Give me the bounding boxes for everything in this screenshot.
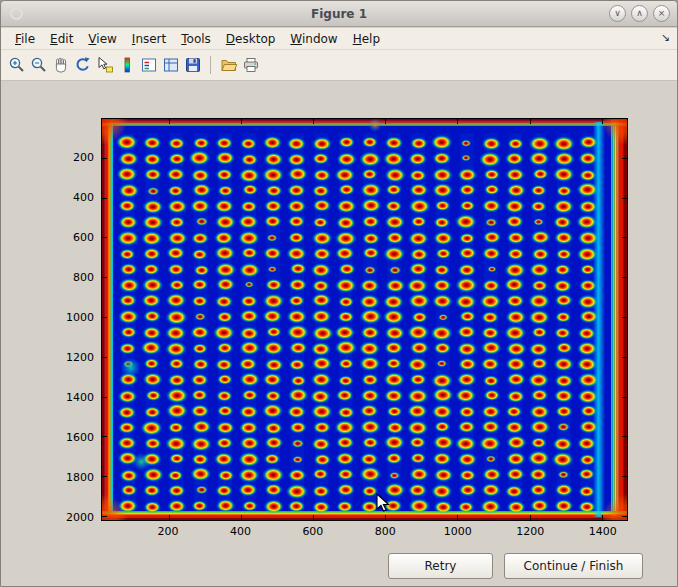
colorbar-button[interactable] (116, 54, 138, 76)
legend-icon (140, 56, 158, 74)
y-tick-label: 2000 (66, 511, 94, 524)
y-tick-label: 600 (73, 231, 94, 244)
y-tick-label: 1000 (66, 311, 94, 324)
tick-mark (313, 119, 314, 124)
tick-mark (169, 515, 170, 520)
shade-button[interactable]: ∨ (609, 5, 626, 22)
tick-mark (622, 397, 627, 398)
figure-window: Figure 1 ∨ ∧ × File Edit View Insert Too… (0, 0, 678, 587)
tick-mark (102, 198, 107, 199)
tick-mark (622, 436, 627, 437)
x-axis-tick-labels: 200400600800100012001400 (101, 525, 628, 539)
close-button[interactable]: × (653, 5, 670, 22)
y-tick-label: 1400 (66, 391, 94, 404)
tick-mark (622, 237, 627, 238)
y-tick-label: 400 (73, 191, 94, 204)
titlebar[interactable]: Figure 1 ∨ ∧ × (1, 1, 677, 27)
y-tick-label: 800 (73, 271, 94, 284)
pan-hand-icon (52, 56, 70, 74)
tick-mark (102, 357, 107, 358)
toolbar-separator (210, 56, 211, 74)
tick-mark (169, 119, 170, 124)
zoom-in-icon (8, 56, 26, 74)
tick-mark (602, 515, 603, 520)
menu-item-tools[interactable]: Tools (174, 30, 219, 48)
y-axis-tick-labels: 200400600800100012001400160018002000 (39, 118, 94, 521)
rotate-3d-button[interactable] (72, 54, 94, 76)
shade-icon: ∨ (614, 9, 621, 18)
plot-tools-icon (162, 56, 180, 74)
tick-mark (102, 237, 107, 238)
y-tick-label: 1600 (66, 431, 94, 444)
retry-button[interactable]: Retry (388, 553, 493, 579)
data-cursor-icon (96, 56, 114, 74)
tick-mark (622, 357, 627, 358)
open-button[interactable] (218, 54, 240, 76)
close-icon: × (658, 9, 666, 18)
window-title: Figure 1 (1, 7, 677, 21)
menu-item-desktop[interactable]: Desktop (219, 30, 284, 48)
menubar: File Edit View Insert Tools Desktop Wind… (1, 28, 677, 50)
maximize-icon: ∧ (636, 9, 643, 18)
x-tick-label: 1400 (589, 525, 617, 538)
menu-item-help[interactable]: Help (346, 30, 388, 48)
tick-mark (102, 317, 107, 318)
tick-mark (530, 515, 531, 520)
x-tick-label: 200 (158, 525, 179, 538)
x-tick-label: 400 (230, 525, 251, 538)
window-controls: ∨ ∧ × (604, 5, 670, 22)
continue-finish-button[interactable]: Continue / Finish (504, 553, 643, 579)
save-icon (184, 56, 202, 74)
x-tick-label: 1000 (444, 525, 472, 538)
x-tick-label: 800 (375, 525, 396, 538)
print-button[interactable] (240, 54, 262, 76)
tick-mark (102, 476, 107, 477)
tick-mark (102, 158, 107, 159)
tick-mark (622, 476, 627, 477)
tick-mark (622, 277, 627, 278)
y-tick-label: 1200 (66, 351, 94, 364)
zoom-in-button[interactable] (6, 54, 28, 76)
plot-area[interactable] (101, 118, 628, 521)
figure-content: 200400600800100012001400160018002000 200… (1, 81, 677, 586)
x-tick-label: 600 (302, 525, 323, 538)
heatmap-image[interactable] (102, 119, 627, 520)
colorbar-icon (118, 56, 136, 74)
menubar-overflow-icon[interactable]: ↘ (661, 31, 670, 44)
menu-item-edit[interactable]: Edit (43, 30, 81, 48)
tick-mark (102, 277, 107, 278)
zoom-out-icon (30, 56, 48, 74)
maximize-button[interactable]: ∧ (631, 5, 648, 22)
menu-item-file[interactable]: File (8, 30, 43, 48)
tick-mark (241, 119, 242, 124)
tick-mark (622, 198, 627, 199)
tick-mark (622, 516, 627, 517)
tick-mark (313, 515, 314, 520)
tick-mark (385, 119, 386, 124)
menu-item-window[interactable]: Window (283, 30, 345, 48)
rotate-3d-icon (74, 56, 92, 74)
figure-toolbar (1, 50, 677, 81)
open-folder-icon (220, 56, 238, 74)
tick-mark (102, 436, 107, 437)
legend-button[interactable] (138, 54, 160, 76)
tick-mark (622, 158, 627, 159)
y-tick-label: 200 (73, 151, 94, 164)
pan-button[interactable] (50, 54, 72, 76)
tick-mark (622, 317, 627, 318)
menu-item-insert[interactable]: Insert (125, 30, 174, 48)
save-button[interactable] (182, 54, 204, 76)
zoom-out-button[interactable] (28, 54, 50, 76)
tick-mark (602, 119, 603, 124)
plot-tools-button[interactable] (160, 54, 182, 76)
menu-item-view[interactable]: View (81, 30, 124, 48)
tick-mark (457, 119, 458, 124)
tick-mark (102, 397, 107, 398)
data-cursor-button[interactable] (94, 54, 116, 76)
tick-mark (457, 515, 458, 520)
tick-mark (102, 516, 107, 517)
tick-mark (241, 515, 242, 520)
tick-mark (530, 119, 531, 124)
x-tick-label: 1200 (516, 525, 544, 538)
y-tick-label: 1800 (66, 471, 94, 484)
